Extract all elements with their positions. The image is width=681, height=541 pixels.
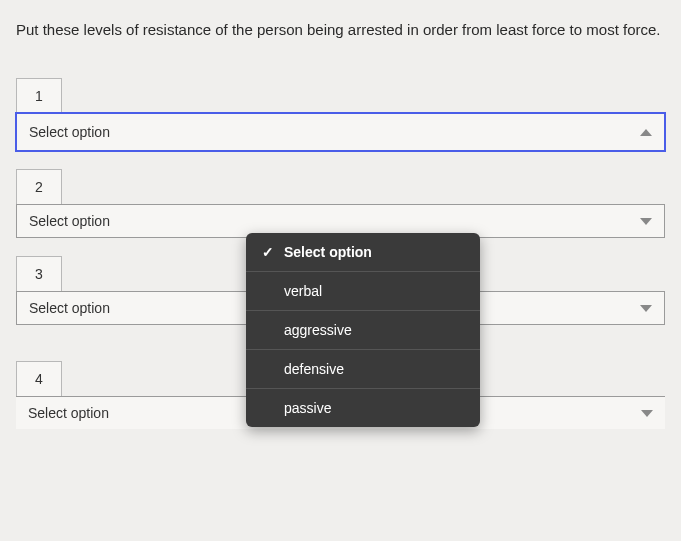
dropdown-option-defensive[interactable]: defensive: [246, 350, 480, 389]
dropdown-selected-option[interactable]: ✓ Select option: [246, 233, 480, 272]
item-number-2: 2: [16, 169, 62, 204]
dropdown-option-label: verbal: [284, 283, 464, 299]
chevron-up-icon: [640, 129, 652, 136]
dropdown-option-label: passive: [284, 400, 464, 416]
check-icon: ✓: [262, 244, 276, 260]
dropdown-option-label: defensive: [284, 361, 464, 377]
chevron-down-icon: [640, 305, 652, 312]
select-dropdown-1[interactable]: Select option: [16, 113, 665, 151]
select-placeholder: Select option: [28, 405, 109, 421]
dropdown-option-aggressive[interactable]: aggressive: [246, 311, 480, 350]
chevron-down-icon: [641, 410, 653, 417]
dropdown-option-label: aggressive: [284, 322, 464, 338]
item-group-2: 2 Select option: [16, 169, 665, 238]
dropdown-option-passive[interactable]: passive: [246, 389, 480, 427]
item-number-3: 3: [16, 256, 62, 291]
dropdown-option-verbal[interactable]: verbal: [246, 272, 480, 311]
select-placeholder: Select option: [29, 124, 110, 140]
chevron-down-icon: [640, 218, 652, 225]
item-number-4: 4: [16, 361, 62, 396]
dropdown-menu: ✓ Select option verbal aggressive defens…: [246, 233, 480, 427]
select-placeholder: Select option: [29, 213, 110, 229]
select-placeholder: Select option: [29, 300, 110, 316]
item-number-1: 1: [16, 78, 62, 113]
question-text: Put these levels of resistance of the pe…: [16, 18, 665, 42]
item-group-1: 1 Select option: [16, 78, 665, 151]
dropdown-option-label: Select option: [284, 244, 464, 260]
